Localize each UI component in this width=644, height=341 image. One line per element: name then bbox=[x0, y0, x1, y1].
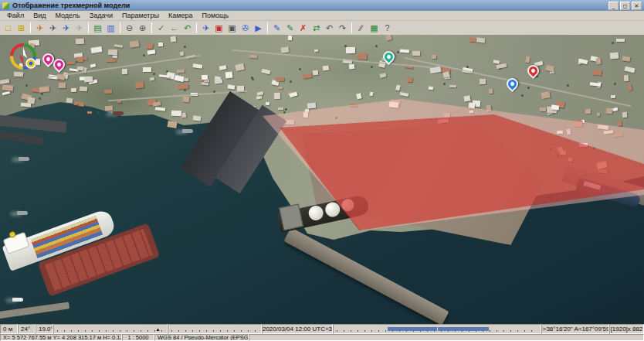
toolbar-group-4: ✓←↶ bbox=[154, 22, 194, 34]
zoom-out-icon[interactable]: ⊖ bbox=[123, 22, 136, 34]
plane-marker-green-icon[interactable]: ✈ bbox=[46, 22, 59, 34]
toolbar-group-3: ⊖⊕ bbox=[123, 22, 149, 34]
vehicle-mode-icon[interactable]: ▣ bbox=[212, 22, 225, 34]
status-bar-2: X= 5 572 767.55 м Y= 4 208 315.17 м H= 0… bbox=[0, 334, 644, 341]
toolbar-group-1: ✈✈✈✈ bbox=[33, 22, 86, 34]
camera-pitch-value: 24° bbox=[18, 324, 36, 334]
draw-route-alt-icon[interactable]: ✎ bbox=[283, 22, 297, 34]
pitch-slider-ticks bbox=[57, 329, 164, 332]
restore-button[interactable]: ◻ bbox=[620, 2, 630, 10]
toolbar-group-2: ▤▥ bbox=[91, 22, 117, 34]
toolbar-separator bbox=[30, 22, 31, 33]
title-bar: Отображение трехмерной модели _◻✕ bbox=[0, 0, 644, 11]
back-view-icon[interactable]: ← bbox=[168, 22, 181, 34]
status-filler bbox=[249, 334, 644, 341]
play-icon[interactable]: ▶ bbox=[252, 22, 265, 34]
toolbar-group-7: ∕∕▦? bbox=[354, 22, 394, 34]
layers-green-icon[interactable]: ▤ bbox=[91, 22, 104, 34]
snapshot-icon[interactable]: ▦ bbox=[368, 22, 381, 34]
select-rect-icon[interactable]: □ bbox=[2, 22, 15, 34]
pitch-slider[interactable]: ▴ bbox=[53, 324, 168, 334]
camera-marker-teal[interactable] bbox=[381, 49, 397, 65]
photo-camera-icon[interactable]: ▣ bbox=[225, 22, 239, 34]
zoom-slider-ticks bbox=[171, 329, 258, 332]
camera-marker-red[interactable] bbox=[525, 63, 541, 79]
crs-label: WGS 84 / Pseudo-Mercator (EPSG: 3857) bbox=[154, 334, 249, 341]
time-slider-divider bbox=[437, 327, 438, 331]
draw-route-icon[interactable]: ✎ bbox=[270, 22, 283, 34]
plane-marker-disabled-icon[interactable]: ✈ bbox=[73, 22, 86, 34]
menu-item-3[interactable]: Задачи bbox=[86, 12, 117, 19]
markers-layer bbox=[0, 35, 644, 324]
window-title: Отображение трехмерной модели bbox=[12, 2, 608, 9]
time-range-slider[interactable] bbox=[333, 324, 541, 334]
app-window: Отображение трехмерной модели _◻✕ ФайлВи… bbox=[0, 0, 644, 341]
minimize-button[interactable]: _ bbox=[608, 2, 619, 10]
measure-icon[interactable]: ∕∕ bbox=[354, 22, 368, 34]
camera-height-value: 0 м bbox=[0, 324, 18, 334]
video-camera-icon[interactable]: ✇ bbox=[239, 22, 252, 34]
toolbar-group-6: ✎✎✗⇄↶↷ bbox=[270, 22, 349, 34]
select-multi-icon[interactable]: ⊞ bbox=[15, 22, 28, 34]
toolbar-separator bbox=[196, 22, 197, 33]
pitch-slider-marker[interactable]: ▴ bbox=[157, 326, 160, 332]
toolbar-separator bbox=[120, 22, 120, 33]
azimuth-zenith-value: Z=38°16'20" A=167°09'59" bbox=[541, 324, 609, 334]
plane-marker-orange-icon[interactable]: ✈ bbox=[33, 22, 46, 34]
time-slider-fill[interactable] bbox=[388, 327, 489, 331]
redo-icon[interactable]: ↷ bbox=[336, 22, 349, 34]
menu-item-4[interactable]: Параметры bbox=[118, 12, 163, 19]
toolbar-group-5: ✈▣▣✇▶ bbox=[199, 22, 265, 34]
camera-fov-value: 19.0° bbox=[36, 324, 53, 334]
cursor-coordinates: X= 5 572 767.55 м Y= 4 208 315.17 м H= 0… bbox=[0, 334, 122, 341]
zoom-slider[interactable] bbox=[168, 324, 262, 334]
camera-marker-blue[interactable] bbox=[504, 76, 520, 92]
undo-view-icon[interactable]: ↶ bbox=[181, 22, 194, 34]
menu-item-5[interactable]: Камера bbox=[164, 12, 196, 19]
menu-bar: ФайлВидМодельЗадачиПараметрыКамераПомощь bbox=[0, 11, 644, 21]
close-button[interactable]: ✕ bbox=[632, 2, 642, 10]
status-bar: 0 м 24° 19.0° ▴ 2020/03/04 12:00 UTC+3 Z… bbox=[0, 324, 644, 334]
plane-marker-blue-icon[interactable]: ✈ bbox=[59, 22, 73, 34]
undo-icon[interactable]: ↶ bbox=[323, 22, 336, 34]
menu-item-0[interactable]: Файл bbox=[3, 12, 28, 19]
flight-mode-icon[interactable]: ✈ bbox=[199, 22, 212, 34]
toolbar-separator bbox=[151, 22, 152, 33]
app-icon bbox=[2, 2, 9, 9]
menu-item-2[interactable]: Модель bbox=[51, 12, 83, 19]
menu-item-1[interactable]: Вид bbox=[29, 12, 49, 19]
menu-item-6[interactable]: Помощь bbox=[198, 12, 232, 19]
toolbar-separator bbox=[351, 22, 352, 33]
toolbar-separator bbox=[267, 22, 268, 33]
toolbar: □⊞✈✈✈✈▤▥⊖⊕✓←↶✈▣▣✇▶✎✎✗⇄↶↷∕∕▦? bbox=[0, 21, 644, 35]
toolbar-group-0: □⊞ bbox=[2, 22, 28, 34]
context-help-icon[interactable]: ? bbox=[381, 22, 394, 34]
resolution-value: [1920]x 882 bbox=[609, 324, 644, 334]
swap-route-icon[interactable]: ⇄ bbox=[310, 22, 323, 34]
map-scale: 1 : 5000 bbox=[122, 334, 154, 341]
window-controls: _◻✕ bbox=[608, 2, 642, 10]
apply-view-icon[interactable]: ✓ bbox=[154, 22, 168, 34]
delete-point-icon[interactable]: ✗ bbox=[297, 22, 310, 34]
layers-blue-icon[interactable]: ▥ bbox=[104, 22, 117, 34]
zoom-in-icon[interactable]: ⊕ bbox=[136, 22, 149, 34]
datetime-value: 2020/03/04 12:00 UTC+3 bbox=[262, 324, 333, 334]
viewport-3d[interactable] bbox=[0, 35, 644, 324]
toolbar-separator bbox=[88, 22, 89, 33]
